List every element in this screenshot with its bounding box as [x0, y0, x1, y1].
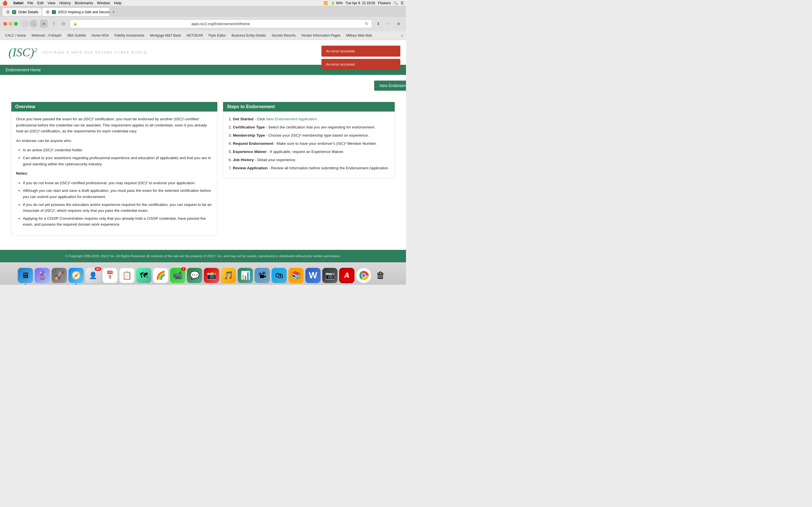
tab-favicon: i	[52, 10, 56, 14]
dock-photobooth[interactable]: 📸	[204, 268, 219, 283]
dock-reminders[interactable]: 📋	[119, 268, 135, 283]
traffic-lights	[3, 22, 18, 25]
overview-para-2: An endorser can be anyone who:	[16, 138, 213, 144]
bookmark-more-button[interactable]: »	[401, 33, 403, 38]
svg-point-2	[362, 274, 365, 277]
tab-favicon: O	[12, 10, 16, 14]
dock-finder[interactable]: 🖥	[18, 268, 33, 283]
sidebar-button[interactable]: ⊞	[40, 20, 48, 27]
back-button[interactable]: ‹	[21, 20, 29, 27]
dock-appstore[interactable]: 🛍	[271, 268, 287, 283]
share-page-button[interactable]: ↑	[385, 20, 393, 27]
step-4: Request Endorsement - Make sure to have …	[233, 140, 390, 147]
step-5: Experience Waiver - If applicable, reque…	[233, 149, 390, 155]
bookmark-secrets[interactable]: Secrets Resorts	[269, 33, 298, 38]
tab-close-icon[interactable]: ✕	[46, 10, 50, 14]
dock-maps[interactable]: 🗺	[136, 268, 151, 283]
dock-trash[interactable]: 🗑	[373, 268, 388, 283]
step-3: Membership Type - Choose your (ISC)² mem…	[233, 132, 390, 139]
menu-bar: 🍎 Safari File Edit View History Bookmark…	[0, 0, 406, 6]
edit-menu[interactable]: Edit	[37, 1, 43, 5]
reload-button[interactable]: ↻	[365, 21, 368, 26]
url-text[interactable]: apps.isc2.org/Endorsement/#/Home	[79, 22, 362, 26]
dock-keynote[interactable]: 📽	[255, 268, 270, 283]
url-bar[interactable]: 🔒 apps.isc2.org/Endorsement/#/Home ↻	[70, 19, 372, 28]
step-7-label: Review Application	[233, 166, 267, 170]
dock-calendar[interactable]: APR9	[102, 268, 117, 283]
bookmark-netgear[interactable]: NETGEAR	[185, 33, 205, 38]
bookmark-business[interactable]: Business Entity Details	[229, 33, 268, 38]
share-button[interactable]: ⇧	[50, 20, 58, 27]
tab-close-icon[interactable]: ✕	[6, 10, 10, 14]
bookmark-military[interactable]: Military Web Mail	[344, 33, 374, 38]
bookmark-calc-home[interactable]: CALC / Home	[3, 33, 28, 38]
dock-contacts[interactable]: 👤 905	[86, 268, 101, 283]
dock-camera[interactable]: 📷	[322, 268, 338, 283]
download-button[interactable]: ⬇	[374, 20, 382, 27]
tab-overview-button[interactable]: ⊟	[59, 20, 67, 27]
dock-acrobat[interactable]: A	[339, 268, 354, 283]
error-box-2: An error occurred.	[321, 59, 400, 70]
tab-order-details[interactable]: ✕ O Order Details	[2, 8, 42, 16]
bookmark-flyer[interactable]: Flyer Editor	[206, 33, 228, 38]
error-box-1: An error occurred.	[321, 46, 400, 57]
new-tab-button[interactable]: ⊕	[395, 20, 403, 27]
nav-endorsement-home[interactable]: Endorsement Home	[6, 68, 41, 72]
bookmarks-menu[interactable]: Bookmarks	[75, 1, 93, 5]
help-menu[interactable]: Help	[114, 1, 121, 5]
dock-safari[interactable]: 🧭	[68, 268, 84, 283]
new-tab-button[interactable]: +	[110, 8, 117, 16]
note-1: If you do not know an (ISC)²-certified p…	[23, 180, 213, 186]
new-endorsement-link[interactable]: New Endorsement Application	[266, 117, 317, 121]
apple-menu[interactable]: 🍎	[2, 1, 8, 6]
dock-messages[interactable]: 💬	[187, 268, 202, 283]
dock-chrome[interactable]	[356, 268, 371, 283]
view-menu[interactable]: View	[48, 1, 56, 5]
step-5-rest: - If applicable, request an Experience W…	[267, 150, 344, 154]
step-1-link-rest: .	[318, 117, 319, 121]
dock-ibooks[interactable]: 📚	[289, 268, 304, 283]
maximize-window-button[interactable]	[14, 22, 18, 25]
note-4: Applying for a CISSP Concentration requi…	[23, 216, 213, 228]
endorser-bullet-1: Is an active (ISC)² credential holder	[23, 147, 213, 153]
dock-siri[interactable]: 🔮	[35, 268, 50, 283]
file-menu[interactable]: File	[28, 1, 33, 5]
tab-isc[interactable]: ✕ i (ISC)² Inspiring a Safe and Secure C…	[42, 8, 110, 16]
bookmark-webmail[interactable]: Webmail :: FnDepth	[29, 33, 64, 38]
overview-header: Overview	[11, 102, 217, 112]
user-name[interactable]: Flowers	[378, 1, 391, 5]
new-endorsement-button[interactable]: New Endorsement Application	[374, 80, 406, 91]
dock-facetime[interactable]: 📹 5	[170, 268, 185, 283]
history-menu[interactable]: History	[59, 1, 70, 5]
site-content: An error occurred. An error occurred. (I…	[0, 40, 406, 262]
step-5-label: Experience Waiver	[233, 150, 267, 154]
window-menu[interactable]: Window	[97, 1, 110, 5]
endorser-bullet-2: Can attest to your assertions regarding …	[23, 155, 213, 167]
dock-itunes[interactable]: 🎵	[221, 268, 236, 283]
bookmark-vendor[interactable]: Vendor Information Pages	[299, 33, 343, 38]
lock-icon: 🔒	[73, 22, 77, 25]
dock-launchpad[interactable]: 🚀	[52, 268, 67, 283]
bookmark-fidelity[interactable]: Fidelity Investments	[112, 33, 147, 38]
notes-list: If you do not know an (ISC)²-certified p…	[23, 180, 213, 228]
app-name[interactable]: Safari	[13, 1, 23, 5]
search-icon[interactable]: 🔍	[394, 1, 398, 5]
bookmark-mortgage[interactable]: Mortgage M&T Bank	[148, 33, 183, 38]
bookmark-sba[interactable]: SBA SubNet	[65, 33, 88, 38]
dock-numbers[interactable]: 📊	[238, 268, 253, 283]
dock-word[interactable]: W	[305, 268, 320, 283]
minimize-window-button[interactable]	[9, 22, 12, 25]
notification-icon[interactable]: ☰	[401, 1, 404, 5]
isc-tagline: INSPIRING A SAFE AND SECURE CYBER WORLD.	[42, 51, 149, 54]
close-window-button[interactable]	[3, 22, 7, 25]
forward-button[interactable]: ›	[30, 20, 38, 27]
tab-bar: ✕ O Order Details ✕ i (ISC)² Inspiring a…	[0, 6, 406, 16]
step-2-label: Certification Type	[233, 125, 265, 129]
dock-photos[interactable]: 🌈	[153, 268, 168, 283]
steps-section: Steps to Endorsement Get Started - Click…	[223, 102, 395, 236]
step-7-rest: - Review all information before submitti…	[269, 166, 389, 170]
bookmark-home-hoa[interactable]: Home HOA	[89, 33, 111, 38]
step-1: Get Started - Click New Endorsement Appl…	[233, 116, 390, 122]
step-6-rest: - Detail your experience.	[255, 158, 296, 162]
wifi-icon: 📶	[324, 1, 328, 5]
